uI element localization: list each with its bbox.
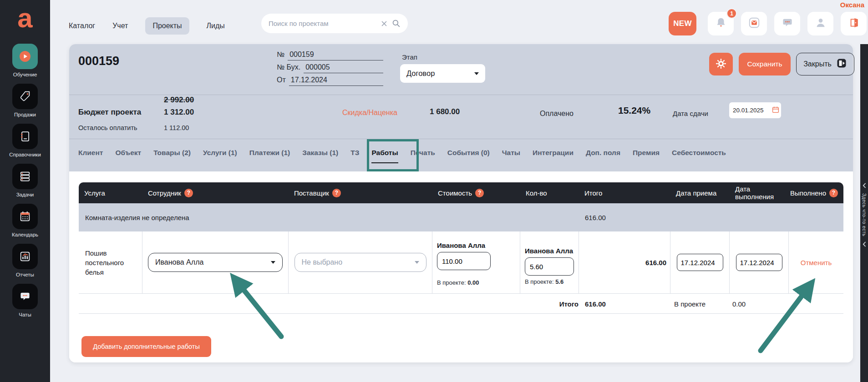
date-done-input[interactable] (736, 254, 782, 271)
tab-orders[interactable]: Заказы (1) (302, 149, 338, 157)
tab-print[interactable]: Печать (411, 149, 435, 157)
search-box (261, 14, 408, 33)
sidebar-item-label: Календарь (12, 232, 38, 237)
chevron-left-icon[interactable] (863, 241, 866, 247)
close-button[interactable]: Закрыть (796, 53, 854, 75)
mail-icon (748, 16, 761, 31)
sidebar-item-directories[interactable]: Справочники (9, 124, 41, 157)
logout-button[interactable] (841, 12, 867, 35)
page-title: 000159 (78, 54, 119, 68)
due-date-input[interactable] (733, 107, 769, 114)
nav-item-leads[interactable]: Лиды (207, 22, 225, 30)
sidebar-item-chats[interactable]: Чаты (12, 284, 38, 317)
calendar-icon[interactable] (772, 106, 779, 115)
cost-in-project-note: В проекте: 0.00 (437, 279, 479, 286)
tab-chats[interactable]: Чаты (502, 149, 520, 157)
date-received-input[interactable] (677, 254, 723, 271)
search-input[interactable] (269, 20, 376, 27)
sidebar-item-sales[interactable]: Продажи (12, 84, 38, 117)
bell-icon (715, 16, 727, 31)
date-from-field[interactable]: 17.12.2024 (289, 76, 383, 86)
in-project-value: 0.00 (732, 300, 746, 307)
cost-input[interactable] (437, 252, 491, 270)
stage-value: Договор (406, 69, 435, 78)
sidebar-item-learning[interactable]: Обучение (12, 44, 38, 77)
employee-cell: Иванова Алла (142, 231, 289, 293)
tab-custom-fields[interactable]: Доп. поля (586, 149, 620, 157)
qty-input[interactable] (525, 257, 574, 276)
table-row: Пошив постельного белья Иванова Алла Не … (79, 231, 843, 294)
sidebar-item-tasks[interactable]: Задачи (12, 164, 38, 197)
right-collapsed-panel[interactable]: Здесь что-то есть (860, 44, 868, 382)
help-icon[interactable]: ? (829, 189, 838, 197)
tab-services[interactable]: Услуги (1) (203, 149, 237, 157)
messenger-button[interactable] (774, 12, 800, 35)
calendar-icon (12, 204, 38, 229)
nav-item-catalog[interactable]: Каталог (69, 22, 95, 30)
save-button[interactable]: Сохранить (739, 53, 791, 75)
settings-button[interactable] (709, 53, 733, 75)
search-icon[interactable] (392, 19, 401, 28)
due-date-field[interactable] (729, 102, 781, 118)
sidebar-item-reports[interactable]: Отчеты (12, 244, 38, 277)
qty-in-project-note: В проекте: 5.6 (525, 278, 563, 285)
totals-value: 616.00 (585, 300, 606, 307)
totals-row: Итого 616.00 В проекте 0.00 (79, 294, 843, 314)
account-number-field[interactable]: 000005 (304, 63, 383, 73)
chevron-down-icon (474, 72, 479, 75)
tab-goods[interactable]: Товары (2) (153, 149, 191, 157)
tab-object[interactable]: Объект (115, 149, 141, 157)
stage-select[interactable]: Договор (400, 64, 485, 83)
notification-badge: 1 (726, 8, 737, 19)
in-project-label: В проекте (674, 300, 706, 307)
help-icon[interactable]: ? (332, 189, 341, 197)
clear-icon[interactable] (381, 20, 387, 27)
remaining-value: 1 112.00 (164, 124, 189, 131)
add-works-button[interactable]: Добавить дополнительные работы (81, 336, 211, 357)
col-qty: Кол-во (520, 182, 579, 203)
stage-label: Этап (402, 53, 417, 61)
discount-value: 1 680.00 (430, 107, 460, 116)
notifications-button[interactable]: 1 (708, 12, 734, 35)
col-employee: Сотрудник? (142, 182, 289, 203)
divider (69, 95, 853, 95)
chevron-left-icon[interactable] (863, 183, 866, 188)
help-icon[interactable]: ? (475, 189, 484, 197)
current-user-name[interactable]: Оксана (840, 1, 864, 9)
main-nav: Каталог Учет Проекты Лиды (69, 17, 225, 35)
cost-person: Иванова Алла (437, 241, 485, 249)
tab-bonus[interactable]: Премия (633, 149, 660, 157)
tab-cost-price[interactable]: Себестоимость (672, 149, 726, 157)
tab-events[interactable]: События (0) (447, 149, 490, 157)
employee-select[interactable]: Иванова Алла (148, 253, 283, 272)
col-supplier: Поставщик? (289, 182, 432, 203)
date-done-cell (730, 231, 789, 293)
nav-item-accounting[interactable]: Учет (112, 22, 128, 30)
tag-icon (12, 84, 38, 109)
sidebar-item-label: Отчеты (16, 272, 34, 277)
chat-icon (12, 284, 38, 309)
sidebar-item-calendar[interactable]: Календарь (12, 204, 38, 237)
mail-button[interactable] (741, 12, 767, 35)
number-field[interactable]: 000159 (288, 50, 383, 60)
sidebar: a Обучение Продажи Справочники Задачи (0, 0, 50, 382)
discount-link[interactable]: Скидка/Наценка (342, 109, 397, 117)
works-table: Услуга Сотрудник? Поставщик? Стоимость? … (79, 182, 843, 314)
supplier-select[interactable]: Не выбрано (294, 253, 426, 272)
help-icon[interactable]: ? (184, 189, 193, 197)
chevron-down-icon (415, 261, 419, 264)
profile-button[interactable] (807, 12, 833, 35)
sidebar-item-label: Справочники (9, 152, 41, 157)
tab-payments[interactable]: Платежи (1) (249, 149, 290, 157)
cancel-link[interactable]: Отменить (801, 259, 832, 266)
nav-item-projects[interactable]: Проекты (145, 17, 189, 35)
sidebar-item-label: Обучение (13, 72, 37, 77)
tab-integrations[interactable]: Интеграции (533, 149, 574, 157)
app-logo[interactable]: a (17, 5, 32, 32)
new-button[interactable]: NEW (669, 12, 696, 35)
tab-tz[interactable]: ТЗ (350, 149, 359, 157)
tab-client[interactable]: Клиент (78, 149, 103, 157)
number-label: № (277, 50, 284, 59)
tab-works[interactable]: Работы (371, 149, 398, 157)
date-received-cell (670, 231, 730, 293)
